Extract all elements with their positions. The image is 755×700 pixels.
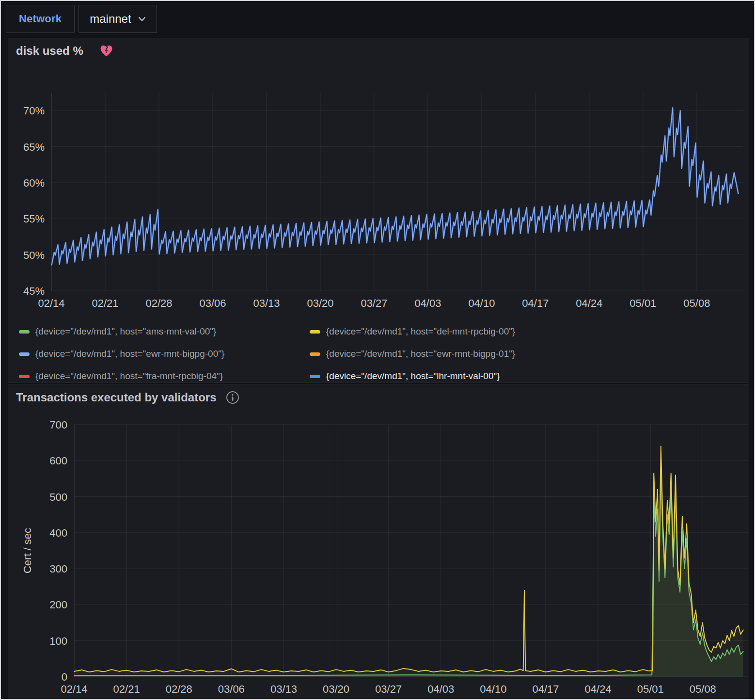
svg-text:02/28: 02/28	[145, 297, 172, 309]
svg-text:04/17: 04/17	[532, 683, 559, 695]
legend-item-del-mnt-rpcbig-00[interactable]: {device="/dev/md1", host="del-mnt-rpcbig…	[310, 320, 739, 343]
svg-text:04/03: 04/03	[427, 683, 454, 695]
legend-item-ewr-mnt-bigpg-01[interactable]: {device="/dev/md1", host="ewr-mnt-bigpg-…	[310, 343, 739, 365]
svg-text:03/06: 03/06	[199, 297, 226, 309]
svg-text:04/03: 04/03	[414, 297, 441, 309]
series-label: {device="/dev/md1", host="ams-mnt-val-00…	[35, 326, 216, 337]
svg-text:50%: 50%	[23, 249, 45, 261]
svg-text:04/24: 04/24	[585, 683, 612, 695]
grafana-dashboard: Network mainnet disk used % 02/1402/2102…	[0, 0, 755, 700]
svg-text:04/10: 04/10	[480, 683, 506, 695]
svg-text:03/27: 03/27	[361, 297, 387, 309]
svg-text:45%: 45%	[23, 285, 45, 297]
svg-text:03/20: 03/20	[323, 683, 349, 695]
svg-text:03/13: 03/13	[270, 683, 297, 695]
series-label: {device="/dev/md1", host="fra-mnt-rpcbig…	[35, 371, 223, 382]
panel-transactions-title[interactable]: Transactions executed by validators	[16, 391, 217, 404]
svg-text:04/17: 04/17	[522, 297, 549, 309]
legend-item-ams-mnt-val-00[interactable]: {device="/dev/md1", host="ams-mnt-val-00…	[19, 320, 310, 343]
chevron-down-icon	[138, 16, 146, 22]
panel-disk-used-header: disk used %	[16, 44, 113, 58]
panel-disk-used: disk used % 02/1402/2102/2803/0603/1303/…	[8, 38, 749, 383]
series-swatch	[310, 352, 320, 356]
svg-text:60%: 60%	[23, 177, 45, 189]
svg-text:05/01: 05/01	[629, 297, 656, 309]
svg-text:05/01: 05/01	[637, 683, 664, 695]
svg-text:400: 400	[49, 527, 67, 539]
svg-text:300: 300	[49, 563, 67, 575]
series-swatch	[310, 375, 320, 378]
series-swatch	[19, 375, 30, 378]
network-variable-dropdown[interactable]: mainnet	[79, 5, 157, 33]
panel-transactions-header: Transactions executed by validators	[16, 390, 240, 405]
legend-item-ewr-mnt-bigpg-00[interactable]: {device="/dev/md1", host="ewr-mnt-bigpg-…	[19, 343, 310, 365]
svg-text:04/24: 04/24	[576, 297, 602, 309]
svg-text:02/14: 02/14	[38, 297, 64, 309]
disk-used-legend: {device="/dev/md1", host="ams-mnt-val-00…	[19, 320, 739, 387]
svg-text:05/08: 05/08	[683, 297, 710, 309]
svg-text:05/08: 05/08	[690, 683, 716, 695]
svg-text:0: 0	[62, 671, 67, 683]
panel-disk-used-title[interactable]: disk used %	[16, 44, 83, 58]
panel-transactions: Transactions executed by validators Cert…	[8, 384, 749, 700]
svg-text:04/10: 04/10	[468, 297, 495, 309]
svg-text:02/21: 02/21	[92, 297, 118, 309]
svg-text:03/06: 03/06	[218, 683, 245, 695]
transactions-chart[interactable]: 02/1402/2102/2803/0603/1303/2003/2704/03…	[8, 384, 750, 700]
svg-text:03/27: 03/27	[375, 683, 402, 695]
svg-text:02/28: 02/28	[166, 683, 192, 695]
svg-text:200: 200	[49, 599, 67, 611]
series-swatch	[19, 352, 30, 356]
network-variable-label-text: Network	[19, 13, 62, 25]
series-label: {device="/dev/md1", host="lhr-mnt-val-00…	[326, 371, 500, 382]
svg-text:02/21: 02/21	[113, 683, 140, 695]
network-variable-value: mainnet	[90, 12, 131, 26]
svg-text:02/14: 02/14	[61, 683, 87, 695]
series-label: {device="/dev/md1", host="del-mnt-rpcbig…	[326, 326, 515, 337]
svg-text:600: 600	[49, 455, 67, 467]
svg-text:500: 500	[49, 491, 67, 503]
svg-text:100: 100	[49, 635, 67, 647]
series-swatch	[310, 330, 320, 334]
info-circle-icon[interactable]	[225, 390, 240, 405]
broken-heart-icon	[100, 45, 113, 57]
svg-text:700: 700	[49, 419, 67, 431]
series-label: {device="/dev/md1", host="ewr-mnt-bigpg-…	[35, 349, 224, 359]
svg-text:03/13: 03/13	[253, 297, 280, 309]
series-swatch	[19, 330, 30, 334]
variable-bar: Network mainnet	[6, 5, 157, 33]
series-label: {device="/dev/md1", host="ewr-mnt-bigpg-…	[326, 349, 515, 359]
svg-text:65%: 65%	[23, 141, 45, 153]
network-variable-label: Network	[6, 5, 75, 33]
svg-text:70%: 70%	[23, 105, 45, 117]
svg-text:03/20: 03/20	[307, 297, 333, 309]
svg-text:55%: 55%	[23, 213, 45, 225]
